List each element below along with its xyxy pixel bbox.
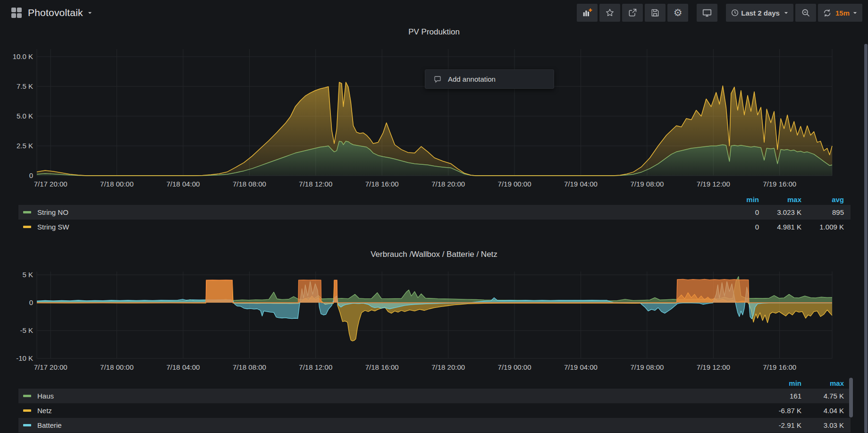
stat-min: 161 <box>759 392 801 400</box>
stat-max: 4.75 K <box>801 392 844 400</box>
series-label[interactable]: Haus <box>37 392 54 400</box>
x-tick-label: 7/18 12:00 <box>287 180 344 188</box>
legend-header-max[interactable]: max <box>801 379 844 387</box>
x-tick-label: 7/19 08:00 <box>619 180 675 188</box>
x-tick-label: 7/19 00:00 <box>486 363 543 371</box>
x-tick-label: 7/19 00:00 <box>486 180 543 188</box>
legend-header-row: min max <box>18 377 851 389</box>
stat-avg: 895 <box>801 208 844 216</box>
x-tick-label: 7/17 20:00 <box>22 180 79 188</box>
x-tick-label: 7/18 08:00 <box>221 363 278 371</box>
series-label[interactable]: Batterie <box>37 421 62 429</box>
y-tick-label: 5.0 K <box>0 112 33 120</box>
x-tick-label: 7/19 04:00 <box>552 180 609 188</box>
x-tick-label: 7/19 12:00 <box>685 363 742 371</box>
x-tick-label: 7/18 00:00 <box>89 180 145 188</box>
x-tick-label: 7/19 08:00 <box>619 363 675 371</box>
y-tick-label: 2.5 K <box>0 142 33 150</box>
stat-min: 0 <box>716 208 759 216</box>
y-tick-label: 0 <box>0 171 33 179</box>
x-tick-label: 7/18 20:00 <box>420 180 477 188</box>
legend-header-max[interactable]: max <box>759 195 801 204</box>
x-tick-label: 7/19 16:00 <box>751 363 808 371</box>
series-label[interactable]: String SW <box>37 223 69 231</box>
series-color-swatch[interactable] <box>23 424 31 426</box>
grafana-dashboard: Photovoltaik <box>0 0 868 433</box>
pv-produktion-legend: min max avg String NO 0 3.023 K 895 Stri… <box>18 194 851 234</box>
comment-bubble-icon <box>433 75 442 84</box>
x-tick-label: 7/18 16:00 <box>354 180 410 188</box>
series-label[interactable]: Netz <box>37 407 52 415</box>
legend-row-netz: Netz -6.87 K 4.04 K <box>18 403 851 418</box>
y-tick-label: 0 <box>0 298 33 306</box>
stat-max: 4.04 K <box>801 407 844 415</box>
stat-min: 0 <box>716 223 759 231</box>
verbrauch-plot-area[interactable] <box>37 272 832 358</box>
x-tick-label: 7/18 16:00 <box>354 363 410 371</box>
x-tick-label: 7/18 08:00 <box>221 180 278 188</box>
x-tick-label: 7/19 16:00 <box>751 180 808 188</box>
x-tick-label: 7/19 04:00 <box>552 363 609 371</box>
y-tick-label: 7.5 K <box>0 82 33 90</box>
legend-scrollbar-thumb[interactable] <box>849 378 853 417</box>
pv-produktion-plot-area[interactable] <box>37 49 832 176</box>
stat-max: 3.03 K <box>801 421 844 429</box>
stat-max: 3.023 K <box>759 208 801 216</box>
stat-max: 4.981 K <box>759 223 801 231</box>
legend-header-avg[interactable]: avg <box>801 195 844 204</box>
series-label[interactable]: String NO <box>37 208 68 216</box>
y-tick-label: 10.0 K <box>0 52 33 60</box>
y-tick-label: -10 K <box>0 354 33 362</box>
legend-header-min[interactable]: min <box>716 195 759 204</box>
x-tick-label: 7/19 12:00 <box>685 180 742 188</box>
x-tick-label: 7/18 20:00 <box>420 363 477 371</box>
annotation-context-menu[interactable]: Add annotation <box>425 69 554 89</box>
series-color-swatch[interactable] <box>23 409 31 412</box>
x-tick-label: 7/17 20:00 <box>22 363 79 371</box>
stat-avg: 1.009 K <box>801 223 844 231</box>
stat-min: -6.87 K <box>759 407 801 415</box>
legend-header-min[interactable]: min <box>759 379 801 387</box>
x-tick-label: 7/18 00:00 <box>89 363 145 371</box>
series-color-swatch[interactable] <box>23 226 31 228</box>
series-color-swatch[interactable] <box>23 211 31 213</box>
x-tick-label: 7/18 12:00 <box>287 363 344 371</box>
y-tick-label: -5 K <box>0 326 33 334</box>
stat-min: -2.91 K <box>759 421 801 429</box>
y-tick-label: 5 K <box>0 271 33 279</box>
legend-row-string-no: String NO 0 3.023 K 895 <box>18 205 851 220</box>
legend-row-haus: Haus 161 4.75 K <box>18 389 851 403</box>
series-color-swatch[interactable] <box>23 395 31 397</box>
x-tick-label: 7/18 04:00 <box>155 363 211 371</box>
legend-row-batterie: Batterie -2.91 K 3.03 K <box>18 418 851 433</box>
x-tick-label: 7/18 04:00 <box>155 180 211 188</box>
legend-row-string-sw: String SW 0 4.981 K 1.009 K <box>18 220 851 234</box>
add-annotation-item[interactable]: Add annotation <box>448 75 496 83</box>
legend-header-row: min max avg <box>18 194 851 205</box>
verbrauch-legend: min max Haus 161 4.75 K Netz -6.87 K 4.0… <box>18 377 851 433</box>
page-scrollbar-thumb[interactable] <box>864 44 868 433</box>
